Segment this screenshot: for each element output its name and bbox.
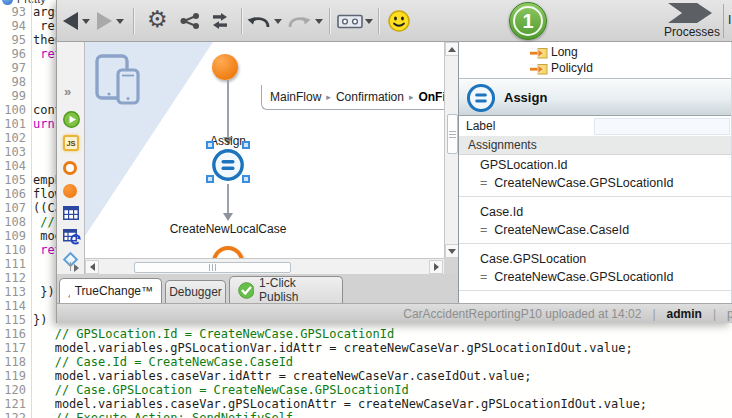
code-line[interactable]: 121 model.variables.caseVar.gPSLocationA… — [0, 397, 647, 411]
code-line[interactable]: 115}) — [0, 313, 47, 327]
row-divider — [459, 290, 731, 291]
code-text: // Execute Action: SendNotifySelf — [26, 411, 293, 418]
create-node-label[interactable]: CreateNewLocalCase — [158, 222, 298, 236]
code-line[interactable]: 116 // GPSLocation.Id = CreateNewCase.GP… — [0, 327, 394, 341]
scroll-right-button[interactable] — [429, 260, 443, 274]
scroll-up-icon — [448, 47, 456, 52]
breadcrumb-mainflow[interactable]: MainFlow — [270, 90, 321, 104]
code-line[interactable]: 114 — [0, 299, 33, 313]
code-line[interactable]: 96 ret — [0, 47, 62, 61]
publish-count-badge[interactable]: 1 — [509, 2, 547, 40]
forward-history-dropdown[interactable] — [116, 19, 124, 24]
start-node[interactable] — [212, 54, 238, 80]
tab-1-click-publish[interactable]: 1-Click Publish — [229, 276, 343, 303]
tab-debugger[interactable]: Debugger — [165, 280, 226, 303]
assignment-row[interactable]: Case.GPSLocation =CreateNewCase.GPSLocat… — [459, 249, 731, 296]
breadcrumb-onfinish[interactable]: OnFinish — [418, 90, 444, 104]
assignment-row[interactable]: Case.Id =CreateNewCase.CaseId — [459, 202, 731, 249]
toolbox-expand-icon — [74, 264, 79, 272]
toolbox-end-node-button[interactable] — [63, 161, 77, 175]
properties-header: Assign — [459, 78, 731, 116]
code-line[interactable]: 106flow — [0, 187, 62, 201]
selection-handle[interactable] — [242, 175, 250, 183]
undo-button[interactable] — [246, 13, 272, 34]
settings-button[interactable]: ⚙ — [147, 8, 168, 31]
code-line[interactable]: 122 // Execute Action: SendNotifySelf — [0, 411, 293, 418]
recorder-dropdown[interactable] — [365, 19, 373, 24]
code-line[interactable]: 104 — [0, 159, 33, 173]
breadcrumb-confirmation[interactable]: Confirmation — [336, 90, 404, 104]
undo-dropdown[interactable] — [274, 19, 282, 24]
vertical-scroll-thumb[interactable] — [447, 114, 458, 154]
back-arrow-icon — [63, 12, 78, 30]
canvas-horizontal-scrollbar[interactable] — [85, 258, 444, 274]
code-line[interactable]: 110 ret — [0, 243, 62, 257]
selection-handle[interactable] — [242, 141, 250, 149]
code-line[interactable]: 102 — [0, 131, 33, 145]
code-line[interactable]: 113 }), — [0, 285, 62, 299]
code-line[interactable]: 99 — [0, 89, 33, 103]
code-text: // Case.Id = CreateNewCase.CaseId — [26, 355, 293, 369]
flow-canvas[interactable]: Assign CreateNewLocalCase MainFlow ▸ Con… — [85, 42, 444, 258]
tree-item-policyid[interactable]: PolicyId — [459, 60, 731, 76]
code-line[interactable]: 120 // Case.GPSLocation = CreateNewCase.… — [0, 383, 409, 397]
code-line[interactable]: 105empP — [0, 173, 62, 187]
toolbox-javascript-button[interactable]: JS — [63, 135, 79, 151]
code-line[interactable]: 119 model.variables.caseVar.idAttr = cre… — [0, 369, 532, 383]
recorder-button[interactable] — [337, 12, 363, 34]
toolbox-run-button[interactable] — [63, 111, 80, 132]
tab-interface-clipped[interactable]: I — [728, 13, 732, 27]
scroll-left-button[interactable] — [85, 260, 99, 274]
code-line[interactable]: 112 — [0, 271, 33, 285]
navigate-forward-button[interactable] — [97, 12, 112, 30]
code-line[interactable]: 97 — [0, 61, 33, 75]
navigate-back-button[interactable] — [63, 12, 78, 30]
code-line[interactable]: 111 — [0, 257, 33, 271]
toolbox-refresh-data-button[interactable] — [63, 229, 81, 249]
selection-handle[interactable] — [206, 141, 214, 149]
tree-item-long[interactable]: Long — [459, 44, 731, 60]
assignment-value: CreateNewCase.GPSLocationId — [494, 270, 673, 284]
tab-label: TrueChange™ — [75, 284, 153, 298]
code-line[interactable]: 118 // Case.Id = CreateNewCase.CaseId — [0, 355, 293, 369]
feedback-button[interactable] — [387, 9, 411, 37]
code-line[interactable]: 101urn — [0, 117, 55, 131]
tab-truechange[interactable]: TrueChange™ — [59, 278, 162, 303]
scroll-up-button[interactable] — [445, 42, 459, 56]
status-divider: | — [652, 307, 655, 321]
code-line[interactable]: 94 res — [0, 19, 62, 33]
flow-connector[interactable] — [227, 184, 229, 214]
horizontal-scroll-thumb[interactable] — [134, 262, 291, 273]
selection-handle[interactable] — [206, 175, 214, 183]
chevron-down-icon — [365, 19, 373, 24]
flow-connector[interactable] — [227, 80, 229, 138]
code-line[interactable]: 98 — [0, 75, 33, 89]
code-line[interactable]: 117 model.variables.gPSLocationVar.idAtt… — [0, 341, 633, 355]
canvas-vertical-scrollbar[interactable] — [444, 42, 458, 258]
code-line[interactable]: 103 — [0, 145, 33, 159]
tab-processes[interactable]: Processes — [654, 25, 730, 39]
back-history-dropdown[interactable] — [82, 19, 90, 24]
scroll-down-button[interactable] — [445, 244, 459, 258]
code-line[interactable]: 95then — [0, 33, 62, 47]
compare-merge-button[interactable] — [179, 12, 201, 34]
code-line[interactable]: 107((Ca — [0, 201, 62, 215]
code-text: model.variables.gPSLocationVar.idAttr = … — [26, 341, 633, 355]
sync-button[interactable] — [209, 12, 233, 34]
redo-dropdown[interactable] — [315, 19, 323, 24]
code-line[interactable]: 109 mod — [0, 229, 62, 243]
label-input[interactable] — [594, 118, 730, 135]
assign-node[interactable] — [211, 148, 245, 186]
toolbox-overflow-button[interactable]: » — [64, 84, 69, 99]
code-line[interactable]: 93args — [0, 5, 62, 19]
toolbox-resize-grip[interactable] — [70, 262, 71, 271]
createnewlocalcase-node[interactable] — [212, 246, 244, 258]
code-line[interactable]: 100cont — [0, 103, 62, 117]
entity-refresh-icon — [63, 229, 81, 245]
toolbox-entity-button[interactable] — [63, 206, 79, 224]
redo-button[interactable] — [286, 13, 312, 34]
assignment-row[interactable]: GPSLocation.Id =CreateNewCase.GPSLocatio… — [459, 155, 731, 202]
toolbox-start-node-button[interactable] — [63, 184, 77, 198]
input-parameter-icon — [530, 62, 548, 75]
code-line[interactable]: 108 // — [0, 215, 55, 229]
